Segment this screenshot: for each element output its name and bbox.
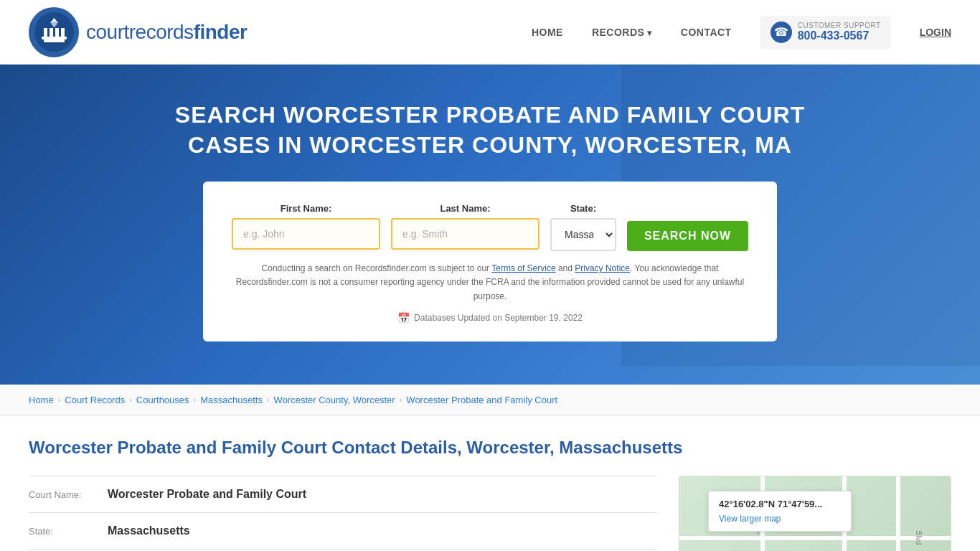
main-nav: HOME RECORDS CONTACT ☎ CUSTOMER SUPPORT …	[532, 16, 951, 49]
first-name-field-group: First Name:	[232, 203, 380, 251]
main-content: Worcester Probate and Family Court Conta…	[0, 416, 980, 551]
nav-home[interactable]: HOME	[532, 27, 563, 38]
state-detail-value: Massachusetts	[108, 524, 190, 537]
map-road-h2	[679, 536, 951, 540]
db-updated-text: Databases Updated on September 19, 2022	[414, 313, 583, 323]
header: courtrecordsfinder HOME RECORDS CONTACT …	[0, 0, 980, 65]
logo-text: courtrecordsfinder	[86, 21, 247, 44]
details-map-row: Court Name: Worcester Probate and Family…	[29, 476, 951, 551]
support-label: CUSTOMER SUPPORT	[798, 22, 881, 29]
support-number[interactable]: 800-433-0567	[798, 29, 881, 42]
svg-rect-5	[44, 28, 47, 37]
breadcrumb-current: Worcester Probate and Family Court	[406, 395, 557, 405]
search-now-button[interactable]: SEARCH NOW	[627, 221, 748, 251]
logo-area: courtrecordsfinder	[29, 7, 247, 57]
breadcrumb-worcester-county[interactable]: Worcester County, Worcester	[274, 395, 395, 405]
state-field-group: State: AlabamaAlaskaArizonaArkansasCalif…	[550, 203, 616, 251]
first-name-input[interactable]	[232, 218, 380, 250]
map-road-v3	[896, 476, 900, 551]
breadcrumb-court-records[interactable]: Court Records	[65, 395, 125, 405]
last-name-label: Last Name:	[391, 203, 540, 214]
calendar-icon: 📅	[397, 312, 410, 324]
support-phone-icon: ☎	[771, 22, 792, 43]
section-title: Worcester Probate and Family Court Conta…	[29, 438, 951, 458]
svg-rect-2	[42, 37, 67, 39]
breadcrumb-sep-4: ›	[267, 395, 270, 404]
support-text-area: CUSTOMER SUPPORT 800-433-0567	[798, 22, 881, 42]
state-row: State: Massachusetts	[29, 513, 657, 550]
map-coords: 42°16'02.8"N 71°47'59...	[719, 499, 841, 509]
login-button[interactable]: LOGIN	[920, 27, 951, 38]
breadcrumb-sep-5: ›	[400, 395, 402, 404]
customer-support-box: ☎ CUSTOMER SUPPORT 800-433-0567	[760, 16, 891, 49]
svg-rect-8	[61, 28, 65, 37]
court-name-label: Court Name:	[29, 488, 100, 500]
svg-rect-1	[44, 39, 65, 42]
svg-point-9	[51, 22, 57, 26]
last-name-field-group: Last Name:	[391, 203, 540, 251]
breadcrumb-home[interactable]: Home	[29, 395, 54, 405]
breadcrumb-courthouses[interactable]: Courthouses	[136, 395, 189, 405]
court-name-row: Court Name: Worcester Probate and Family…	[29, 476, 657, 513]
breadcrumb-sep-2: ›	[129, 395, 132, 404]
state-select[interactable]: AlabamaAlaskaArizonaArkansasCaliforniaCo…	[550, 218, 616, 251]
svg-rect-6	[50, 28, 53, 37]
breadcrumb-sep-1: ›	[58, 395, 61, 404]
last-name-input[interactable]	[391, 218, 540, 250]
map-area: 📍 42°16'02.8"N 71°47'59... View larger m…	[679, 476, 951, 551]
svg-rect-7	[55, 28, 59, 37]
nav-records[interactable]: RECORDS	[592, 27, 652, 38]
state-detail-label: State:	[29, 524, 100, 537]
search-fields-row: First Name: Last Name: State: AlabamaAla…	[232, 203, 748, 251]
court-name-value: Worcester Probate and Family Court	[108, 488, 306, 501]
first-name-label: First Name:	[232, 203, 380, 214]
map-tooltip: 42°16'02.8"N 71°47'59... View larger map	[708, 491, 852, 532]
db-updated: 📅 Databases Updated on September 19, 202…	[232, 312, 748, 324]
privacy-link[interactable]: Privacy Notice	[575, 263, 630, 273]
map-placeholder: 📍 42°16'02.8"N 71°47'59... View larger m…	[679, 476, 951, 551]
breadcrumb-sep-3: ›	[194, 395, 197, 404]
hero-title: SEARCH WORCESTER PROBATE AND FAMILY COUR…	[167, 100, 813, 160]
breadcrumb: Home › Court Records › Courthouses › Mas…	[0, 385, 980, 416]
state-label: State:	[550, 203, 616, 214]
nav-contact[interactable]: CONTACT	[681, 27, 732, 38]
tos-link[interactable]: Terms of Service	[491, 263, 555, 273]
logo-icon	[29, 7, 79, 57]
map-blvd-label: Blvd	[915, 531, 923, 545]
search-box: First Name: Last Name: State: AlabamaAla…	[203, 182, 777, 342]
search-disclaimer: Conducting a search on Recordsfinder.com…	[232, 262, 748, 303]
view-larger-map-link[interactable]: View larger map	[719, 514, 781, 524]
details-table: Court Name: Worcester Probate and Family…	[29, 476, 657, 551]
hero-section: SEARCH WORCESTER PROBATE AND FAMILY COUR…	[0, 65, 980, 385]
breadcrumb-massachusetts[interactable]: Massachusetts	[200, 395, 263, 405]
